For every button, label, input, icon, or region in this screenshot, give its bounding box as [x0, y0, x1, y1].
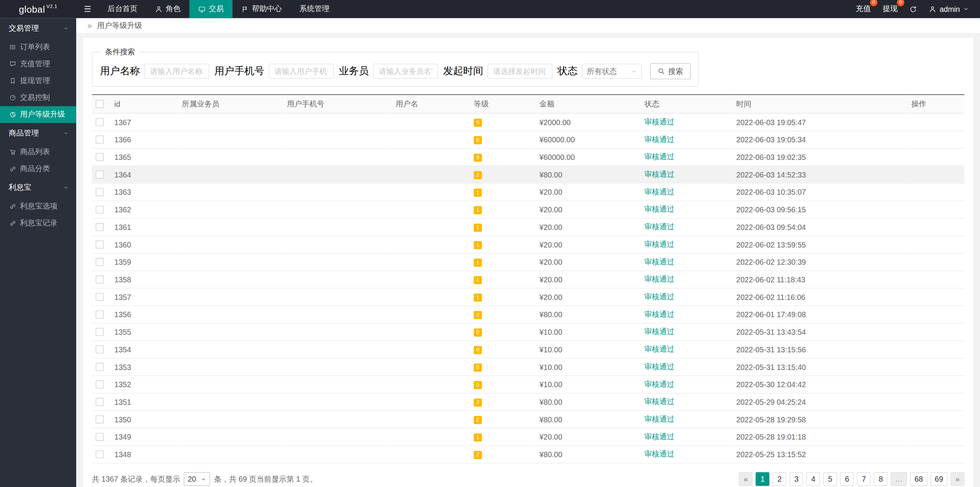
- row-checkbox[interactable]: [96, 188, 104, 196]
- select-all-header: [92, 94, 111, 113]
- row-checkbox[interactable]: [96, 363, 104, 371]
- page-button[interactable]: 2: [773, 472, 786, 486]
- phone-cell: [283, 113, 392, 131]
- page-button[interactable]: 68: [910, 472, 928, 486]
- top-nav-item[interactable]: 帮助中心: [232, 0, 291, 18]
- sidebar-item[interactable]: 提现管理: [0, 72, 76, 89]
- sidebar-item[interactable]: 利息宝记录: [0, 215, 76, 232]
- recharge-shortcut[interactable]: 充值0: [856, 4, 871, 15]
- ops-cell: [908, 201, 965, 218]
- row-checkbox[interactable]: [96, 415, 104, 423]
- row-checkbox[interactable]: [96, 310, 104, 318]
- status-cell: 审核通过: [640, 236, 732, 253]
- amount-value: ¥60000.00: [539, 153, 575, 161]
- row-checkbox[interactable]: [96, 171, 104, 179]
- monitor-icon: [198, 5, 206, 13]
- refresh-icon: [910, 5, 917, 13]
- row-checkbox[interactable]: [96, 153, 104, 161]
- row-checkbox[interactable]: [96, 293, 104, 301]
- level-badge: 1: [474, 276, 482, 284]
- username-cell: [392, 410, 470, 428]
- row-checkbox[interactable]: [96, 328, 104, 336]
- sidebar-item[interactable]: 用户等级升级: [0, 106, 76, 123]
- sidebar-item[interactable]: 商品分类: [0, 161, 76, 178]
- sidebar-item[interactable]: 利息宝选项: [0, 198, 76, 215]
- page-button[interactable]: 1: [756, 472, 769, 486]
- filter-input[interactable]: [373, 64, 438, 79]
- sidebar-group-header[interactable]: 商品管理: [0, 123, 76, 144]
- amount-cell: ¥10.00: [536, 358, 640, 376]
- time-value: 2022-05-28 19:01:18: [736, 433, 806, 441]
- status-cell: 审核通过: [640, 376, 732, 393]
- page-button[interactable]: 3: [789, 472, 803, 486]
- time-cell: 2022-05-31 13:15:40: [732, 358, 907, 376]
- row-checkbox[interactable]: [96, 241, 104, 249]
- top-nav-item[interactable]: 系统管理: [291, 0, 338, 18]
- table-row: 13502¥80.00审核通过2022-05-28 19:29:58: [92, 410, 964, 428]
- row-checkbox[interactable]: [96, 258, 104, 266]
- checkbox-cell: [92, 113, 111, 131]
- top-nav-item[interactable]: 后台首页: [99, 0, 146, 18]
- status-text: 审核通过: [644, 117, 674, 126]
- sidebar-item[interactable]: 订单列表: [0, 39, 76, 55]
- sidebar-group-header[interactable]: 利息宝: [0, 178, 76, 198]
- page-button[interactable]: 8: [874, 472, 888, 486]
- table-row: 13659¥60000.00审核通过2022-06-03 19:02:35: [92, 148, 964, 166]
- page-button[interactable]: 6: [840, 472, 854, 486]
- refresh-button[interactable]: [910, 5, 917, 13]
- level-cell: 2: [470, 393, 536, 411]
- row-checkbox[interactable]: [96, 398, 104, 406]
- sidebar-group-header[interactable]: 交易管理: [0, 18, 76, 39]
- amount-cell: ¥80.00: [536, 446, 640, 463]
- level-badge: 0: [474, 363, 482, 371]
- row-checkbox[interactable]: [96, 118, 104, 126]
- phone-cell: [283, 183, 392, 201]
- sidebar-item[interactable]: 充值管理: [0, 55, 76, 72]
- prev-page-button[interactable]: «: [739, 472, 753, 486]
- withdraw-shortcut[interactable]: 提现0: [883, 4, 898, 15]
- records-summary: 共 1367 条记录，每页显示 20 条，共 69 页当前显示第 1 页。: [92, 472, 317, 486]
- row-checkbox[interactable]: [96, 450, 104, 458]
- page-button[interactable]: 69: [930, 472, 947, 486]
- status-text: 审核通过: [644, 432, 674, 441]
- row-checkbox[interactable]: [96, 223, 104, 231]
- main-area: » 用户等级升级 条件搜索 用户名称用户手机号业务员发起时间状态所有状态搜索 i…: [76, 18, 980, 487]
- select-all-checkbox[interactable]: [96, 100, 104, 108]
- top-nav-item[interactable]: 角色: [146, 0, 189, 18]
- row-checkbox[interactable]: [96, 135, 104, 143]
- row-checkbox[interactable]: [96, 205, 104, 213]
- status-cell: 审核通过: [640, 148, 732, 166]
- filter-input[interactable]: [144, 64, 209, 79]
- row-checkbox[interactable]: [96, 275, 104, 283]
- row-checkbox[interactable]: [96, 380, 104, 388]
- page-size-select[interactable]: 20: [184, 472, 211, 486]
- filter-input[interactable]: [487, 64, 552, 79]
- checkbox-cell: [92, 393, 111, 411]
- amount-cell: ¥10.00: [536, 341, 640, 358]
- level-cell: 2: [470, 446, 536, 463]
- level-badge: 0: [474, 346, 482, 354]
- next-page-button[interactable]: »: [951, 472, 964, 486]
- page-button[interactable]: 7: [857, 472, 871, 486]
- search-button[interactable]: 搜索: [650, 63, 691, 79]
- top-nav-item[interactable]: 交易: [189, 0, 233, 18]
- page-button[interactable]: 4: [807, 472, 820, 486]
- filter-input[interactable]: [269, 64, 334, 79]
- checkbox-cell: [92, 358, 111, 376]
- level-badge: 5: [474, 119, 482, 127]
- level-badge: 9: [474, 154, 482, 162]
- row-checkbox[interactable]: [96, 345, 104, 353]
- status-select[interactable]: 所有状态: [582, 64, 642, 79]
- records-table: id所属业务员用户手机号用户名等级金额状态时间操作 13675¥2000.00审…: [92, 94, 964, 464]
- sidebar-item[interactable]: 商品列表: [0, 144, 76, 161]
- id-cell-value: 1367: [114, 118, 131, 127]
- page-button[interactable]: 5: [823, 472, 837, 486]
- menu-toggle-icon[interactable]: ☰: [76, 0, 99, 18]
- time-cell: 2022-05-28 19:01:18: [732, 428, 907, 446]
- row-checkbox[interactable]: [96, 433, 104, 441]
- user-menu[interactable]: admin: [929, 5, 969, 13]
- checkbox-cell: [92, 253, 111, 271]
- status-text: 审核通过: [644, 257, 674, 266]
- level-cell: 1: [470, 271, 536, 288]
- sidebar-item[interactable]: 交易控制: [0, 89, 76, 106]
